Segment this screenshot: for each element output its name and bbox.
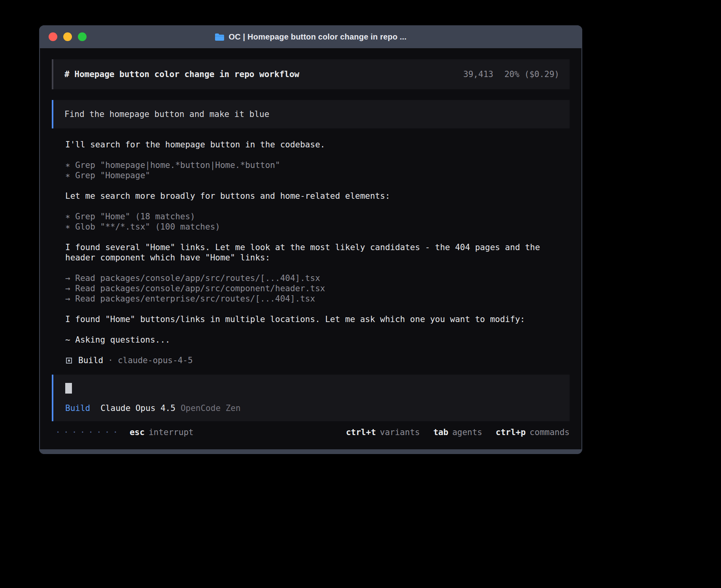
tool-call-group: ∗ Grep "Home" (18 matches) ∗ Glob "**/*.… (65, 211, 570, 232)
terminal-content: # Homepage button color change in repo w… (40, 48, 581, 449)
user-message-text: Find the homepage button and make it blu… (64, 109, 269, 119)
conversation: I'll search for the homepage button in t… (52, 128, 570, 366)
hint-commands: ctrl+p commands (496, 427, 570, 437)
assistant-text: I found "Home" buttons/links in multiple… (65, 314, 570, 324)
tool-call-read: → Read packages/console/app/src/routes/[… (65, 273, 570, 283)
window-title: OC | Homepage button color change in rep… (228, 32, 406, 41)
key-ctrl-p: ctrl+p (496, 427, 526, 437)
provider-name: OpenCode Zen (181, 403, 241, 413)
tool-call-group: ∗ Grep "homepage|home.*button|Home.*butt… (65, 160, 570, 181)
key-ctrl-t: ctrl+t (346, 427, 376, 437)
spinner-dots: ········ (55, 427, 121, 437)
assistant-text: I'll search for the homepage button in t… (65, 139, 570, 150)
key-tab: tab (433, 427, 448, 437)
status-bar-left: ········ esc interrupt (52, 427, 194, 437)
model-name: Claude Opus 4.5 (100, 403, 176, 413)
agent-model: claude-opus-4-5 (118, 355, 193, 366)
hint-interrupt: esc interrupt (130, 427, 194, 437)
tool-call-grep: ∗ Grep "Homepage" (65, 170, 570, 181)
session-title: # Homepage button color change in repo w… (64, 69, 299, 79)
traffic-lights (49, 32, 87, 41)
mode-badge[interactable]: Build (65, 403, 90, 413)
window-title-area: OC | Homepage button color change in rep… (39, 32, 582, 41)
session-stats: 39,41320% ($0.29) (463, 69, 559, 79)
context-usage: 20% ($0.29) (504, 70, 559, 79)
hint-label: variants (380, 427, 420, 437)
tool-call-read: → Read packages/console/app/src/componen… (65, 283, 570, 294)
hint-label: agents (452, 427, 482, 437)
tool-call-read: → Read packages/enterprise/src/routes/[.… (65, 294, 570, 304)
token-count: 39,413 (463, 70, 493, 79)
tool-call-glob: ∗ Glob "**/*.tsx" (100 matches) (65, 222, 570, 232)
hint-label: commands (530, 427, 570, 437)
zoom-button[interactable] (78, 32, 87, 41)
agent-icon (66, 358, 72, 364)
input-mode-line: Build Claude Opus 4.5 OpenCode Zen (65, 403, 559, 413)
user-message: Find the homepage button and make it blu… (52, 100, 570, 128)
agent-separator: · (108, 355, 113, 366)
terminal-window: OC | Homepage button color change in rep… (39, 25, 582, 454)
text-cursor (65, 383, 72, 394)
hint-agents: tab agents (433, 427, 482, 437)
key-esc: esc (130, 427, 145, 437)
tool-call-grep: ∗ Grep "Home" (18 matches) (65, 211, 570, 222)
status-bar-right: ctrl+t variants tab agents ctrl+p comman… (346, 427, 570, 437)
status-bar: ········ esc interrupt ctrl+t variants t… (52, 427, 570, 437)
window-bottom-edge (39, 449, 582, 454)
prompt-input[interactable]: Build Claude Opus 4.5 OpenCode Zen (52, 375, 570, 421)
titlebar[interactable]: OC | Homepage button color change in rep… (39, 25, 582, 48)
session-header: # Homepage button color change in repo w… (52, 59, 570, 89)
working-status: ~ Asking questions... (65, 335, 570, 345)
assistant-text: Let me search more broadly for buttons a… (65, 191, 570, 201)
agent-name: Build (78, 355, 103, 366)
close-button[interactable] (49, 32, 57, 41)
minimize-button[interactable] (63, 32, 72, 41)
agent-line: Build · claude-opus-4-5 (65, 355, 570, 366)
tool-call-group: → Read packages/console/app/src/routes/[… (65, 273, 570, 304)
folder-icon (215, 33, 225, 41)
hint-variants: ctrl+t variants (346, 427, 420, 437)
hint-label: interrupt (149, 427, 194, 437)
tool-call-grep: ∗ Grep "homepage|home.*button|Home.*butt… (65, 160, 570, 170)
assistant-text: I found several "Home" links. Let me loo… (65, 242, 570, 263)
